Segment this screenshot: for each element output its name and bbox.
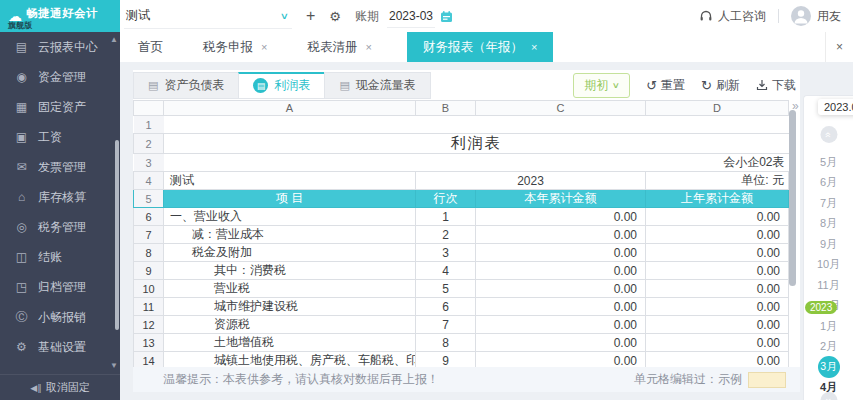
prior-amount-cell[interactable]: 0.00 xyxy=(646,262,789,280)
page-tab[interactable]: 财务报表（年报） × xyxy=(407,32,553,62)
row-number[interactable]: 10 xyxy=(134,280,164,298)
grid-corner-cell[interactable] xyxy=(134,101,164,116)
add-account-button[interactable]: + xyxy=(306,7,315,25)
sidebar-item[interactable]: ▦ 固定资产 xyxy=(0,92,120,122)
avatar[interactable] xyxy=(791,6,811,26)
month-item[interactable]: 10月 xyxy=(804,255,853,276)
user-name[interactable]: 用友 xyxy=(817,8,841,25)
sidebar-item[interactable]: ⚙ 基础设置 xyxy=(0,332,120,362)
sheet-tab[interactable]: ▤ 现金流量表 xyxy=(324,72,430,99)
row-number[interactable]: 11 xyxy=(134,298,164,316)
timeline-scroll-up-button[interactable]: » xyxy=(820,126,837,143)
header-line-no[interactable]: 行次 xyxy=(416,190,476,208)
item-cell[interactable]: 减：营业成本 xyxy=(164,226,416,244)
line-no-cell[interactable]: 4 xyxy=(416,262,476,280)
year-cell[interactable]: 2023 xyxy=(416,172,646,190)
prior-amount-cell[interactable]: 0.00 xyxy=(646,208,789,226)
calendar-icon[interactable] xyxy=(440,10,453,23)
row-number[interactable]: 2 xyxy=(134,134,164,154)
item-cell[interactable]: 营业税 xyxy=(164,280,416,298)
sheet-tab[interactable]: ▤ 利润表 xyxy=(238,72,324,99)
current-amount-cell[interactable]: 0.00 xyxy=(476,262,646,280)
prior-amount-cell[interactable]: 0.00 xyxy=(646,244,789,262)
grid-scrollbar[interactable] xyxy=(789,110,796,286)
page-tab[interactable]: 税表清册 × xyxy=(302,32,376,62)
current-amount-cell[interactable]: 0.00 xyxy=(476,280,646,298)
current-amount-cell[interactable]: 0.00 xyxy=(476,316,646,334)
period-value[interactable]: 2023-03 xyxy=(387,5,435,28)
sheet-tab[interactable]: ▤ 资产负债表 xyxy=(133,72,238,99)
unpin-sidebar-button[interactable]: ◀∥ 取消固定 xyxy=(0,374,120,400)
sidebar-scroll-up-icon[interactable]: ▲ xyxy=(110,35,118,44)
line-no-cell[interactable]: 6 xyxy=(416,298,476,316)
month-item[interactable]: 7月 xyxy=(804,193,853,214)
current-amount-cell[interactable]: 0.00 xyxy=(476,334,646,352)
line-no-cell[interactable]: 8 xyxy=(416,334,476,352)
current-amount-cell[interactable]: 0.00 xyxy=(476,244,646,262)
tabrow-close-button[interactable]: × xyxy=(825,32,853,62)
row-number[interactable]: 5 xyxy=(134,190,164,208)
gear-icon[interactable]: ⚙ xyxy=(329,9,341,24)
report-doc-number[interactable]: 会小企02表 xyxy=(646,154,789,172)
sidebar-scroll-down-icon[interactable]: ▼ xyxy=(110,361,118,370)
item-cell[interactable]: 城市维护建设税 xyxy=(164,298,416,316)
item-cell[interactable]: 资源税 xyxy=(164,316,416,334)
line-no-cell[interactable]: 1 xyxy=(416,208,476,226)
empty-cell[interactable] xyxy=(164,154,646,172)
close-icon[interactable]: × xyxy=(261,41,267,53)
col-letter[interactable]: A xyxy=(164,101,416,116)
sidebar-item[interactable]: ✉ 发票管理 xyxy=(0,152,120,182)
line-no-cell[interactable]: 3 xyxy=(416,244,476,262)
sidebar-item[interactable]: ⌂ 库存核算 xyxy=(0,182,120,212)
line-no-cell[interactable]: 7 xyxy=(416,316,476,334)
sidebar-item[interactable]: ▣ 工资 xyxy=(0,122,120,152)
sidebar-item[interactable]: Ⓒ 小畅报销 xyxy=(0,302,120,332)
prior-amount-cell[interactable]: 0.00 xyxy=(646,334,789,352)
sidebar-item[interactable]: ◉ 资金管理 xyxy=(0,62,120,92)
item-cell[interactable]: 其中：消费税 xyxy=(164,262,416,280)
download-button[interactable]: 下载 xyxy=(756,77,796,94)
current-amount-cell[interactable]: 0.00 xyxy=(476,298,646,316)
row-number[interactable]: 1 xyxy=(134,116,164,134)
month-item[interactable]: 3月 xyxy=(804,357,853,378)
col-letter[interactable]: D xyxy=(646,101,789,116)
item-cell[interactable]: 土地增值税 xyxy=(164,334,416,352)
page-tab[interactable]: 首页 × xyxy=(133,32,168,62)
row-number[interactable]: 3 xyxy=(134,154,164,172)
close-icon[interactable]: × xyxy=(365,41,371,53)
row-number[interactable]: 12 xyxy=(134,316,164,334)
row-number[interactable]: 9 xyxy=(134,262,164,280)
month-item[interactable]: 11月 xyxy=(804,275,853,296)
row-number[interactable]: 6 xyxy=(134,208,164,226)
month-item[interactable]: 5月 xyxy=(804,152,853,173)
sidebar-item[interactable]: ▤ 云报表中心 xyxy=(0,32,120,62)
month-item[interactable]: 2月 xyxy=(804,337,853,358)
current-amount-cell[interactable]: 0.00 xyxy=(476,208,646,226)
line-no-cell[interactable]: 5 xyxy=(416,280,476,298)
live-help-link[interactable]: 人工咨询 xyxy=(718,8,766,25)
month-item[interactable]: 6月 xyxy=(804,173,853,194)
sidebar-scrollbar[interactable] xyxy=(115,140,119,330)
month-item[interactable]: 1月 xyxy=(804,316,853,337)
row-number[interactable]: 4 xyxy=(134,172,164,190)
col-letter[interactable]: B xyxy=(416,101,476,116)
row-number[interactable]: 13 xyxy=(134,334,164,352)
page-tab[interactable]: 税务申报 × xyxy=(198,32,272,62)
prior-amount-cell[interactable]: 0.00 xyxy=(646,316,789,334)
item-cell[interactable]: 一、营业收入 xyxy=(164,208,416,226)
reset-button[interactable]: ↺ 重置 xyxy=(646,77,685,94)
prior-amount-cell[interactable]: 0.00 xyxy=(646,280,789,298)
company-selector[interactable]: 测试 ∨ xyxy=(124,3,292,29)
row-number[interactable]: 8 xyxy=(134,244,164,262)
item-cell[interactable]: 税金及附加 xyxy=(164,244,416,262)
month-item[interactable]: 8月 xyxy=(804,214,853,235)
header-current-amount[interactable]: 本年累计金额 xyxy=(476,190,646,208)
sidebar-item[interactable]: ◳ 归档管理 xyxy=(0,272,120,302)
header-prior-amount[interactable]: 上年累计金额 xyxy=(646,190,789,208)
col-letter[interactable]: C xyxy=(476,101,646,116)
report-title[interactable]: 利润表 xyxy=(164,134,789,154)
prior-amount-cell[interactable]: 0.00 xyxy=(646,226,789,244)
close-icon[interactable]: × xyxy=(531,41,537,53)
sidebar-item[interactable]: ◎ 税务管理 xyxy=(0,212,120,242)
sidebar-item[interactable]: ◫ 结账 xyxy=(0,242,120,272)
